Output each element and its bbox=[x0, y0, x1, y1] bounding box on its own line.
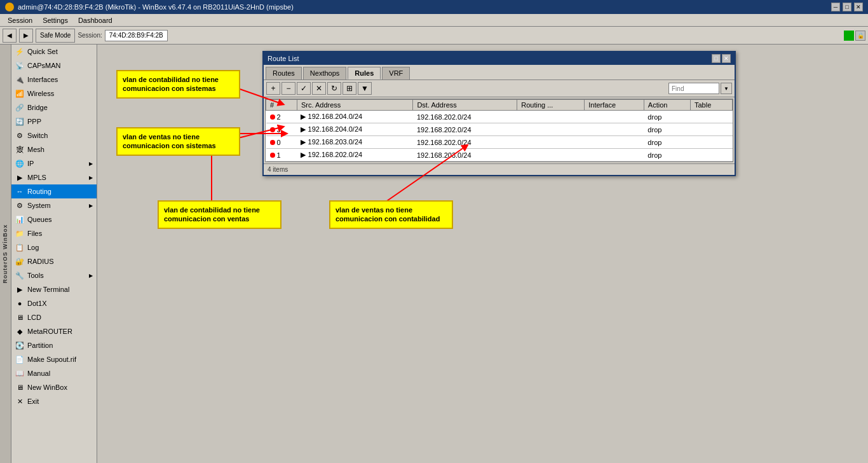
radius-icon: 🔐 bbox=[15, 257, 24, 266]
col-action[interactable]: Action bbox=[644, 100, 690, 111]
find-input[interactable] bbox=[668, 83, 719, 94]
sidebar-item-exit[interactable]: ✕Exit bbox=[11, 394, 97, 408]
menu-dashboard[interactable]: Dashboard bbox=[73, 15, 118, 25]
route-window-close[interactable]: ✕ bbox=[722, 54, 731, 63]
row-routing bbox=[517, 149, 585, 162]
sidebar-item-quick-set[interactable]: ⚡Quick Set bbox=[11, 45, 97, 59]
row-interface bbox=[585, 136, 644, 149]
annotation-contabilidad-sistemas: vlan de contabilidad no tiene comunicaci… bbox=[116, 70, 240, 99]
route-window-maximize[interactable]: □ bbox=[712, 54, 721, 63]
sidebar-item-log[interactable]: 📋Log bbox=[11, 240, 97, 254]
route-status-bar: 4 items bbox=[264, 163, 735, 175]
table-row[interactable]: 1▶ 192.168.202.0/24192.168.203.0/24drop bbox=[266, 149, 733, 162]
tools-icon: 🔧 bbox=[15, 271, 24, 280]
new-winbox-icon: 🖥 bbox=[15, 383, 24, 392]
row-table bbox=[690, 149, 732, 162]
sidebar-item-routing[interactable]: ↔Routing bbox=[11, 184, 97, 198]
sidebar-label-log: Log bbox=[27, 244, 39, 251]
sidebar-item-queues[interactable]: 📊Queues bbox=[11, 212, 97, 226]
sidebar-item-bridge[interactable]: 🔗Bridge bbox=[11, 100, 97, 114]
row-src-address: ▶ 192.168.204.0/24 bbox=[297, 111, 412, 123]
col-dst--address[interactable]: Dst. Address bbox=[413, 100, 517, 111]
sidebar-item-mpls[interactable]: ▶MPLS▶ bbox=[11, 170, 97, 184]
safe-mode-button[interactable]: Safe Mode bbox=[36, 29, 75, 43]
col-interface[interactable]: Interface bbox=[585, 100, 644, 111]
switch-icon: ⚙ bbox=[15, 131, 24, 140]
sidebar-item-files[interactable]: 📁Files bbox=[11, 226, 97, 240]
tab-vrf[interactable]: VRF bbox=[382, 67, 410, 79]
metarouter-icon: ◆ bbox=[15, 327, 24, 336]
content-area: Route List □ ✕ RoutesNexthopsRulesVRF +−… bbox=[97, 45, 868, 463]
tab-nexthops[interactable]: Nexthops bbox=[303, 67, 346, 79]
sidebar-item-radius[interactable]: 🔐RADIUS bbox=[11, 254, 97, 268]
maximize-button[interactable]: □ bbox=[843, 3, 851, 11]
title-bar: admin@74:4D:28:B9:F4:2B (MikroTik) - Win… bbox=[0, 0, 868, 14]
row-routing bbox=[517, 136, 585, 149]
menu-bar: Session Settings Dashboard bbox=[0, 14, 868, 27]
row-indicator-icon bbox=[270, 127, 275, 132]
sidebar-item-make-supout[interactable]: 📄Make Supout.rif bbox=[11, 352, 97, 366]
sidebar-item-capsman[interactable]: 📡CAPsMAN bbox=[11, 59, 97, 73]
find-dropdown-icon[interactable]: ▼ bbox=[721, 83, 732, 94]
table-row[interactable]: 0▶ 192.168.203.0/24192.168.202.0/24drop bbox=[266, 136, 733, 149]
sidebar-label-ip: IP bbox=[27, 160, 34, 167]
sidebar-item-dot1x[interactable]: ●Dot1X bbox=[11, 296, 97, 310]
sidebar-item-ppp[interactable]: 🔄PPP bbox=[11, 114, 97, 128]
table-row[interactable]: 3▶ 192.168.204.0/24192.168.202.0/24drop bbox=[266, 123, 733, 136]
sidebar-item-ip[interactable]: 🌐IP▶ bbox=[11, 156, 97, 170]
toolbar-btn-4[interactable]: ↻ bbox=[327, 82, 341, 95]
col-routing----[interactable]: Routing ... bbox=[517, 100, 585, 111]
new-terminal-icon: ▶ bbox=[15, 285, 24, 294]
col-table[interactable]: Table bbox=[690, 100, 732, 111]
sidebar-item-mesh[interactable]: 🕸Mesh bbox=[11, 142, 97, 156]
mesh-icon: 🕸 bbox=[15, 145, 24, 154]
menu-session[interactable]: Session bbox=[3, 15, 37, 25]
row-action: drop bbox=[644, 123, 690, 136]
back-button[interactable]: ◀ bbox=[3, 29, 17, 43]
sidebar-item-new-winbox[interactable]: 🖥New WinBox bbox=[11, 380, 97, 394]
window-title: admin@74:4D:28:B9:F4:2B (MikroTik) - Win… bbox=[18, 3, 294, 11]
sidebar-item-metarouter[interactable]: ◆MetaROUTER bbox=[11, 324, 97, 338]
row-table bbox=[690, 123, 732, 136]
sidebar: ⚡Quick Set📡CAPsMAN🔌Interfaces📶Wireless🔗B… bbox=[11, 45, 97, 463]
log-icon: 📋 bbox=[15, 243, 24, 252]
sidebar-item-new-terminal[interactable]: ▶New Terminal bbox=[11, 282, 97, 296]
sidebar-item-system[interactable]: ⚙System▶ bbox=[11, 198, 97, 212]
sidebar-item-tools[interactable]: 🔧Tools▶ bbox=[11, 268, 97, 282]
minimize-button[interactable]: ─ bbox=[831, 3, 840, 11]
col-src--address[interactable]: Src. Address bbox=[297, 100, 412, 111]
sidebar-item-partition[interactable]: 💽Partition bbox=[11, 338, 97, 352]
sidebar-label-queues: Queues bbox=[27, 216, 52, 223]
ip-arrow-icon: ▶ bbox=[89, 161, 93, 167]
connection-indicator bbox=[844, 31, 854, 41]
menu-settings[interactable]: Settings bbox=[37, 15, 73, 25]
sidebar-item-lcd[interactable]: 🖥LCD bbox=[11, 310, 97, 324]
col--[interactable]: # bbox=[266, 100, 297, 111]
toolbar-btn-6[interactable]: ▼ bbox=[358, 82, 372, 95]
sidebar-item-interfaces[interactable]: 🔌Interfaces bbox=[11, 73, 97, 86]
forward-button[interactable]: ▶ bbox=[19, 29, 33, 43]
toolbar-btn-3[interactable]: ✕ bbox=[312, 82, 326, 95]
tab-rules[interactable]: Rules bbox=[348, 67, 381, 79]
toolbar-btn-1[interactable]: − bbox=[281, 82, 295, 95]
tab-routes[interactable]: Routes bbox=[266, 67, 302, 79]
toolbar-btn-2[interactable]: ✓ bbox=[297, 82, 311, 95]
sidebar-item-switch[interactable]: ⚙Switch bbox=[11, 128, 97, 142]
row-dst-address: 192.168.203.0/24 bbox=[413, 149, 517, 162]
sidebar-label-system: System bbox=[27, 202, 51, 209]
route-window-title: Route List bbox=[268, 55, 299, 62]
table-row[interactable]: 2▶ 192.168.204.0/24192.168.202.0/24drop bbox=[266, 111, 733, 123]
main-toolbar: ◀ ▶ Safe Mode Session: 74:4D:28:B9:F4:2B… bbox=[0, 27, 868, 45]
system-arrow-icon: ▶ bbox=[89, 203, 93, 209]
bridge-icon: 🔗 bbox=[15, 103, 24, 112]
close-button[interactable]: ✕ bbox=[854, 3, 863, 11]
row-routing bbox=[517, 111, 585, 123]
toolbar-btn-5[interactable]: ⊞ bbox=[342, 82, 356, 95]
sidebar-item-wireless[interactable]: 📶Wireless bbox=[11, 86, 97, 100]
row-dst-address: 192.168.202.0/24 bbox=[413, 136, 517, 149]
sidebar-label-metarouter: MetaROUTER bbox=[27, 328, 72, 335]
sidebar-label-files: Files bbox=[27, 230, 42, 237]
row-indicator-icon bbox=[270, 114, 275, 120]
sidebar-item-manual[interactable]: 📖Manual bbox=[11, 366, 97, 380]
toolbar-btn-0[interactable]: + bbox=[266, 82, 280, 95]
